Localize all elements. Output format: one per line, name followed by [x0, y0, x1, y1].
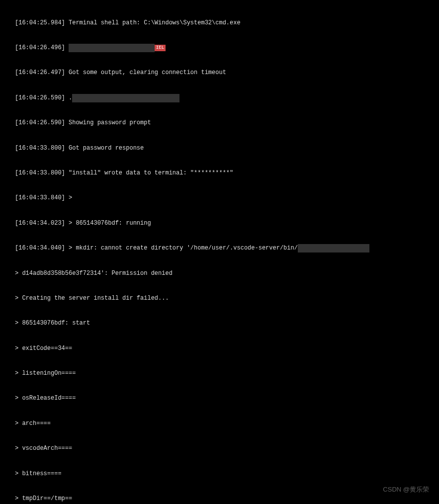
log-line: [16:04:26.497] Got some output, clearing…: [15, 69, 434, 77]
red-badge: IEL: [155, 45, 166, 51]
log-line: [16:04:26.590] Showing password prompt: [15, 119, 434, 127]
log-line: [16:04:33.800] "install" wrote data to t…: [15, 169, 434, 177]
log-line: [16:04:33.840] >: [15, 194, 434, 202]
log-line: > tmpDir==/tmp==: [15, 495, 434, 503]
log-line: > arch====: [15, 420, 434, 428]
log-line: > osReleaseId====: [15, 394, 434, 403]
redacted-text: ████████████████████████: [69, 44, 155, 52]
redacted-text: ██████████████████████████████: [72, 94, 179, 102]
log-line: > 865143076bdf: start: [15, 319, 434, 328]
log-line: [16:04:26.496] ████████████████████████I…: [15, 44, 434, 52]
log-line: > exitCode==34==: [15, 344, 434, 353]
log-line: > vscodeArch====: [15, 444, 434, 453]
watermark-text: CSDN @黄乐荣: [383, 485, 429, 494]
log-line: [16:04:34.023] > 865143076bdf: running: [15, 219, 434, 228]
log-line: > d14adb8d358b56e3f72314': Permission de…: [15, 269, 434, 278]
terminal-output[interactable]: [16:04:25.984] Terminal shell path: C:\W…: [0, 0, 439, 504]
log-line: > listeningOn====: [15, 369, 434, 378]
redacted-text: ████████████████████: [298, 244, 369, 252]
log-line: > bitness====: [15, 470, 434, 478]
log-line: [16:04:34.040] > mkdir: cannot create di…: [15, 244, 434, 252]
log-line: [16:04:33.800] Got password response: [15, 144, 434, 153]
log-line: > Creating the server install dir failed…: [15, 294, 434, 303]
log-line: [16:04:25.984] Terminal shell path: C:\W…: [15, 19, 434, 27]
log-line: [16:04:26.590] .████████████████████████…: [15, 94, 434, 102]
